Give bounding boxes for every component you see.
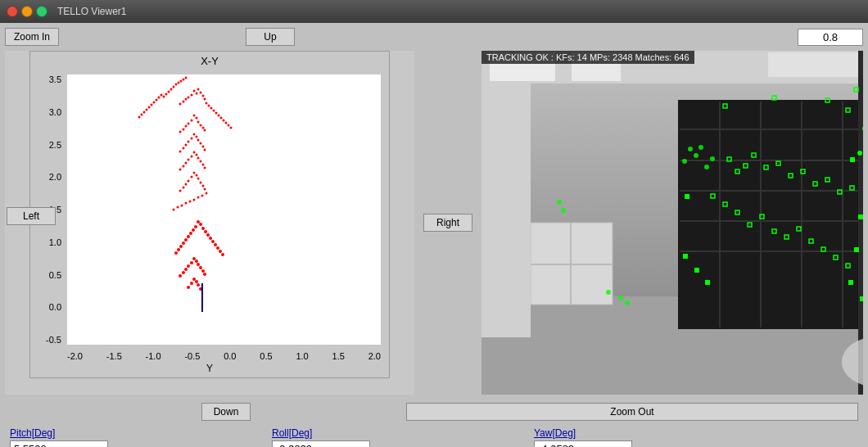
svg-point-13 — [170, 88, 173, 91]
svg-point-43 — [193, 133, 196, 136]
svg-point-68 — [197, 178, 200, 180]
svg-point-196 — [857, 151, 862, 156]
roll-label[interactable]: Roll[Deg] — [272, 427, 436, 439]
svg-point-173 — [698, 145, 703, 150]
svg-point-14 — [178, 82, 180, 84]
svg-rect-142 — [680, 129, 863, 130]
svg-point-0 — [193, 90, 196, 93]
left-button[interactable]: Left — [7, 207, 56, 225]
svg-point-41 — [204, 129, 206, 132]
svg-point-11 — [173, 86, 175, 88]
svg-point-61 — [202, 164, 205, 166]
svg-point-110 — [216, 246, 219, 250]
zoom-out-button[interactable]: Zoom Out — [406, 403, 858, 421]
svg-point-67 — [191, 176, 193, 178]
svg-point-116 — [195, 260, 198, 263]
svg-point-91 — [141, 114, 143, 116]
x-label-00: 0.0 — [224, 351, 236, 361]
svg-rect-200 — [683, 254, 688, 259]
svg-rect-202 — [858, 214, 863, 219]
svg-point-90 — [156, 99, 158, 102]
svg-point-58 — [188, 159, 190, 161]
up-button[interactable]: Up — [246, 28, 295, 46]
svg-point-17 — [165, 93, 168, 96]
svg-point-6 — [185, 98, 188, 101]
svg-point-44 — [196, 136, 198, 138]
pitch-label[interactable]: Pitch[Deg] — [10, 427, 174, 439]
svg-point-31 — [230, 127, 233, 129]
svg-point-176 — [710, 156, 715, 161]
svg-point-24 — [213, 110, 215, 112]
svg-point-88 — [153, 102, 156, 104]
svg-rect-199 — [705, 280, 710, 285]
left-panel: Left X-Y 3.5 3.0 2.5 2.0 1.5 1.0 0.5 0.0… — [5, 51, 414, 395]
x-axis: -2.0 -1.5 -1.0 -0.5 0.0 0.5 1.0 1.5 2.0 — [67, 351, 381, 361]
svg-point-3 — [197, 88, 200, 91]
scatter-svg — [67, 74, 381, 345]
svg-point-89 — [143, 111, 146, 114]
svg-point-63 — [204, 167, 206, 169]
svg-point-4 — [188, 97, 190, 99]
svg-point-28 — [223, 120, 225, 122]
svg-point-122 — [201, 269, 205, 273]
svg-point-16 — [180, 80, 183, 83]
zoom-in-button[interactable]: Zoom In — [5, 28, 59, 46]
svg-point-117 — [190, 261, 193, 264]
svg-point-55 — [196, 154, 198, 156]
svg-point-114 — [221, 253, 224, 256]
svg-rect-197 — [685, 194, 689, 199]
svg-point-77 — [201, 195, 204, 197]
right-button[interactable]: Right — [423, 214, 472, 232]
svg-rect-150 — [842, 102, 843, 327]
close-button[interactable] — [7, 6, 18, 17]
svg-point-54 — [193, 151, 196, 154]
svg-point-175 — [704, 165, 709, 169]
svg-point-95 — [197, 220, 200, 224]
svg-point-82 — [181, 205, 183, 207]
svg-rect-143 — [680, 160, 863, 161]
svg-point-75 — [179, 190, 182, 192]
svg-rect-205 — [860, 296, 863, 301]
svg-point-70 — [200, 182, 202, 184]
chart-title: X-Y — [30, 52, 389, 69]
title-bar: TELLO Viewer1 — [0, 0, 868, 23]
svg-point-45 — [191, 138, 193, 140]
svg-point-15 — [168, 91, 170, 93]
svg-point-22 — [208, 105, 210, 107]
svg-point-48 — [200, 142, 202, 145]
svg-rect-147 — [719, 102, 721, 327]
svg-rect-136 — [768, 52, 863, 77]
maximize-button[interactable] — [36, 6, 47, 17]
x-axis-label: Y — [30, 363, 389, 374]
content-area: Left X-Y 3.5 3.0 2.5 2.0 1.5 1.0 0.5 0.0… — [5, 51, 863, 395]
svg-rect-201 — [850, 157, 855, 162]
pitch-value[interactable] — [10, 440, 108, 447]
svg-point-26 — [218, 115, 220, 117]
yaw-field: Yaw[Deg] — [534, 427, 698, 447]
svg-point-50 — [202, 146, 205, 148]
svg-point-99 — [192, 228, 195, 232]
x-label-neg15: -1.5 — [106, 351, 122, 361]
svg-point-124 — [203, 273, 206, 276]
bottom-toolbar: Down Zoom Out — [5, 400, 863, 424]
svg-point-83 — [177, 206, 179, 209]
svg-rect-145 — [680, 220, 863, 222]
minimize-button[interactable] — [21, 6, 33, 17]
y-label-25: 2.5 — [49, 140, 61, 150]
svg-rect-149 — [801, 102, 802, 327]
svg-point-115 — [192, 257, 196, 260]
svg-point-51 — [183, 147, 185, 150]
svg-rect-144 — [680, 190, 863, 192]
svg-rect-204 — [848, 280, 853, 285]
svg-point-174 — [682, 159, 687, 164]
svg-point-101 — [189, 232, 192, 235]
roll-value[interactable] — [272, 440, 370, 447]
svg-point-123 — [182, 271, 185, 274]
svg-point-98 — [201, 227, 205, 230]
svg-point-1 — [196, 93, 198, 95]
yaw-value[interactable] — [534, 440, 632, 447]
yaw-label[interactable]: Yaw[Deg] — [534, 427, 698, 439]
value-input[interactable] — [798, 29, 863, 46]
down-button[interactable]: Down — [201, 403, 251, 421]
svg-point-125 — [179, 274, 182, 278]
